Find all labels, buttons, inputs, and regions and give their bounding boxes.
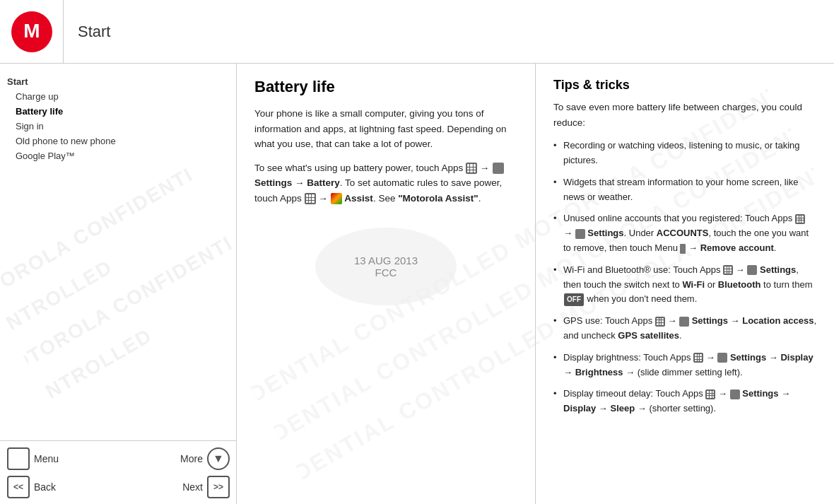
settings-label-1: Settings bbox=[254, 177, 292, 188]
tip-item-1: Recording or watching videos, listening … bbox=[553, 139, 816, 168]
sidebar-item-start[interactable]: Start bbox=[7, 74, 229, 89]
content-right-panel: Tips & tricks To save even more battery … bbox=[536, 64, 834, 504]
settings-icon-4 bbox=[679, 317, 689, 327]
tips-list: Recording or watching videos, listening … bbox=[553, 139, 816, 416]
settings-icon-2 bbox=[575, 229, 585, 239]
logo-area: M bbox=[0, 0, 64, 63]
next-button[interactable]: Next >> bbox=[180, 476, 230, 498]
settings-icon-1 bbox=[493, 163, 504, 174]
assist-icon bbox=[331, 193, 342, 204]
off-badge: OFF bbox=[564, 293, 584, 306]
sidebar-item-old-new-phone[interactable]: Old phone to new phone bbox=[7, 134, 229, 148]
tips-intro: To save even more battery life between c… bbox=[553, 100, 816, 130]
tip-item-3: Unused online accounts that you register… bbox=[553, 211, 816, 255]
bottom-nav-left: Menu << Back bbox=[7, 447, 59, 498]
assist-label: Assist bbox=[344, 193, 373, 204]
battery-label: Battery bbox=[307, 177, 340, 188]
settings-label-4: Settings bbox=[692, 315, 728, 326]
back-icon: << bbox=[7, 476, 30, 498]
tips-title: Tips & tricks bbox=[553, 78, 816, 93]
location-access-label: Location access bbox=[742, 315, 814, 326]
bluetooth-label: Bluetooth bbox=[718, 279, 761, 290]
settings-label-3: Settings bbox=[760, 264, 796, 275]
menu-icon-inline bbox=[680, 244, 686, 254]
sidebar-item-charge-up[interactable]: Charge up bbox=[7, 89, 229, 104]
bottom-bar: Menu << Back More ▼ Next >> bbox=[0, 440, 237, 504]
motorola-logo: M bbox=[11, 11, 53, 53]
tip-item-5: GPS use: Touch Apps → Settings → Locatio… bbox=[553, 314, 816, 344]
bottom-nav-right: More ▼ Next >> bbox=[180, 447, 230, 498]
apps-icon-4 bbox=[723, 265, 733, 275]
apps-icon-1 bbox=[466, 163, 477, 174]
tip-item-2: Widgets that stream information to your … bbox=[553, 175, 816, 205]
next-icon: >> bbox=[207, 476, 230, 498]
fcc-date: 13 AUG 2013 bbox=[354, 254, 418, 266]
battery-life-title: Battery life bbox=[254, 78, 517, 96]
header: M Start bbox=[0, 0, 834, 64]
content-area: MOTOROLA CONFIDENTIAL CONTROLLED MOTOROL… bbox=[237, 64, 834, 504]
apps-icon-6 bbox=[693, 353, 703, 363]
svg-text:M: M bbox=[23, 20, 40, 42]
apps-icon-7 bbox=[705, 389, 715, 399]
fcc-stamp: 13 AUG 2013 FCC bbox=[315, 228, 457, 305]
more-label: More bbox=[180, 453, 203, 464]
settings-label-2: Settings bbox=[587, 228, 623, 238]
menu-label: Menu bbox=[34, 453, 59, 464]
menu-icon bbox=[7, 447, 30, 470]
back-label: Back bbox=[34, 481, 56, 493]
menu-button[interactable]: Menu bbox=[7, 447, 59, 470]
tip-item-4: Wi-Fi and Bluetooth® use: Touch Apps → S… bbox=[553, 263, 816, 307]
settings-icon-3 bbox=[747, 265, 757, 275]
apps-icon-3 bbox=[795, 214, 805, 224]
sleep-label: Sleep bbox=[610, 403, 635, 414]
brightness-label: Brightness bbox=[575, 367, 623, 377]
sidebar-nav: Start Charge up Battery life Sign in Old… bbox=[7, 74, 229, 163]
accounts-label: ACCOUNTS bbox=[657, 228, 709, 238]
settings-label-5: Settings bbox=[730, 352, 766, 363]
content-left-panel: Battery life Your phone is like a small … bbox=[237, 64, 536, 504]
next-label: Next bbox=[182, 481, 203, 493]
back-button[interactable]: << Back bbox=[7, 476, 59, 498]
wifi-label: Wi-Fi bbox=[682, 279, 705, 290]
apps-icon-5 bbox=[655, 317, 665, 327]
more-icon: ▼ bbox=[207, 447, 230, 470]
tip-item-6: Display brightness: Touch Apps → Setting… bbox=[553, 351, 816, 380]
remove-account-label: Remove account bbox=[700, 242, 774, 253]
fcc-label: FCC bbox=[375, 266, 397, 279]
settings-label-6: Settings bbox=[742, 388, 778, 399]
display-label-2: Display bbox=[563, 403, 596, 414]
tip-item-7: Display timeout delay: Touch Apps → Sett… bbox=[553, 387, 816, 416]
apps-icon-2 bbox=[305, 193, 316, 204]
main-area: MOTOROLA CONFIDENTIALCONTROLLEDMOTOROLA … bbox=[0, 64, 834, 504]
sidebar-item-battery-life[interactable]: Battery life bbox=[7, 104, 229, 119]
sidebar: MOTOROLA CONFIDENTIALCONTROLLEDMOTOROLA … bbox=[0, 64, 237, 504]
settings-icon-5 bbox=[717, 353, 727, 363]
settings-icon-6 bbox=[730, 389, 740, 399]
more-button[interactable]: More ▼ bbox=[180, 447, 230, 470]
page-title: Start bbox=[64, 23, 110, 41]
display-label: Display bbox=[780, 352, 813, 363]
battery-paragraph-1: Your phone is like a small computer, giv… bbox=[254, 106, 517, 152]
motorola-assist-label: "Motorola Assist" bbox=[398, 193, 478, 204]
battery-paragraph-2: To see what's using up battery power, to… bbox=[254, 160, 517, 206]
gps-satellites-label: GPS satellites bbox=[618, 330, 679, 341]
sidebar-item-sign-in[interactable]: Sign in bbox=[7, 119, 229, 134]
sidebar-item-google-play[interactable]: Google Play™ bbox=[7, 148, 229, 163]
